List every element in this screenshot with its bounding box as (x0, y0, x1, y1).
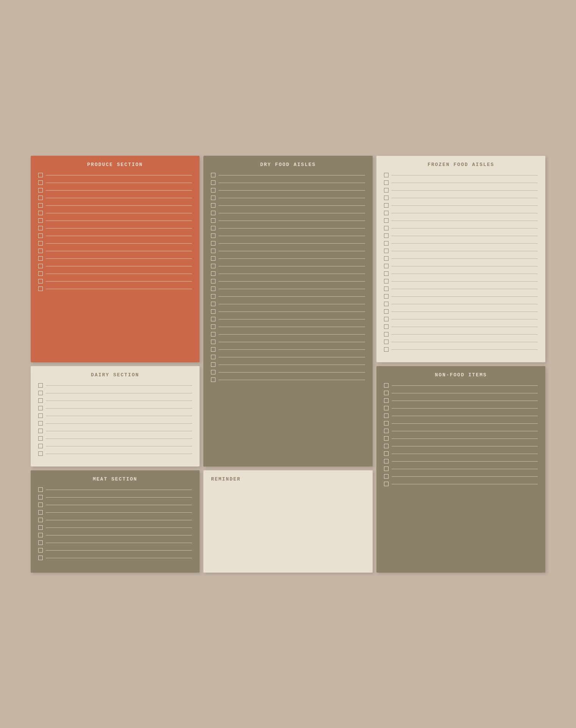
checkbox-icon[interactable] (211, 279, 215, 283)
checkbox-icon[interactable] (384, 188, 389, 193)
checkbox-icon[interactable] (38, 383, 43, 388)
checkbox-icon[interactable] (211, 362, 215, 367)
checkbox-icon[interactable] (38, 406, 43, 410)
checkbox-icon[interactable] (384, 309, 389, 314)
checkbox-icon[interactable] (384, 347, 389, 352)
checkbox-icon[interactable] (384, 429, 389, 433)
checkbox-icon[interactable] (211, 340, 215, 344)
checkbox-icon[interactable] (384, 482, 389, 486)
checkbox-icon[interactable] (38, 211, 43, 215)
checkbox-icon[interactable] (38, 429, 43, 433)
checkbox-icon[interactable] (38, 287, 43, 291)
checkbox-icon[interactable] (38, 180, 43, 185)
checkbox-icon[interactable] (384, 271, 389, 276)
checkbox-icon[interactable] (384, 467, 389, 471)
checkbox-icon[interactable] (211, 271, 215, 276)
checkbox-icon[interactable] (38, 503, 43, 507)
checkbox-icon[interactable] (384, 451, 389, 456)
checkbox-icon[interactable] (211, 233, 215, 238)
checkbox-icon[interactable] (38, 413, 43, 418)
checkbox-icon[interactable] (384, 264, 389, 268)
checkbox-icon[interactable] (38, 241, 43, 246)
checkbox-icon[interactable] (211, 347, 215, 352)
checkbox-icon[interactable] (384, 180, 389, 185)
checkbox-icon[interactable] (38, 271, 43, 276)
checkbox-icon[interactable] (38, 510, 43, 515)
checkbox-icon[interactable] (211, 218, 215, 223)
checkbox-icon[interactable] (38, 556, 43, 560)
checkbox-icon[interactable] (38, 495, 43, 499)
checkbox-icon[interactable] (384, 256, 389, 261)
checkbox-icon[interactable] (211, 355, 215, 359)
checkbox-icon[interactable] (384, 279, 389, 283)
reminder-textarea[interactable] (211, 487, 365, 563)
checkbox-icon[interactable] (211, 226, 215, 230)
checkbox-icon[interactable] (384, 233, 389, 238)
checkbox-icon[interactable] (38, 398, 43, 403)
checkbox-icon[interactable] (38, 436, 43, 441)
checkbox-icon[interactable] (384, 249, 389, 253)
checkbox-icon[interactable] (38, 173, 43, 177)
checkbox-icon[interactable] (211, 249, 215, 253)
checkbox-icon[interactable] (384, 173, 389, 177)
checkbox-icon[interactable] (211, 287, 215, 291)
checkbox-icon[interactable] (384, 406, 389, 410)
checkbox-icon[interactable] (38, 421, 43, 426)
checkbox-icon[interactable] (384, 324, 389, 329)
checkbox-icon[interactable] (384, 226, 389, 230)
checkbox-icon[interactable] (211, 309, 215, 314)
checkbox-icon[interactable] (211, 173, 215, 177)
checkbox-icon[interactable] (38, 188, 43, 193)
checkbox-icon[interactable] (384, 203, 389, 208)
checkbox-icon[interactable] (384, 241, 389, 246)
checkbox-icon[interactable] (211, 332, 215, 337)
checkbox-icon[interactable] (384, 332, 389, 337)
checkbox-icon[interactable] (38, 203, 43, 208)
checkbox-icon[interactable] (211, 211, 215, 215)
checkbox-icon[interactable] (38, 249, 43, 253)
checkbox-icon[interactable] (384, 294, 389, 299)
checkbox-icon[interactable] (211, 302, 215, 306)
checkbox-icon[interactable] (384, 317, 389, 321)
checkbox-icon[interactable] (384, 459, 389, 463)
checkbox-icon[interactable] (384, 287, 389, 291)
checkbox-icon[interactable] (384, 196, 389, 200)
checkbox-icon[interactable] (384, 421, 389, 426)
checkbox-icon[interactable] (211, 256, 215, 261)
checkbox-icon[interactable] (38, 518, 43, 522)
checkbox-icon[interactable] (38, 525, 43, 530)
checkbox-icon[interactable] (38, 196, 43, 200)
checkbox-icon[interactable] (384, 398, 389, 403)
checkbox-icon[interactable] (211, 203, 215, 208)
checkbox-icon[interactable] (211, 370, 215, 374)
checkbox-icon[interactable] (384, 436, 389, 441)
checkbox-icon[interactable] (384, 391, 389, 395)
checkbox-icon[interactable] (211, 180, 215, 185)
checkbox-icon[interactable] (384, 413, 389, 418)
checkbox-icon[interactable] (38, 391, 43, 395)
checkbox-icon[interactable] (384, 383, 389, 388)
checkbox-icon[interactable] (38, 279, 43, 283)
checkbox-icon[interactable] (384, 474, 389, 479)
checkbox-icon[interactable] (38, 548, 43, 553)
checkbox-icon[interactable] (211, 294, 215, 299)
checkbox-icon[interactable] (211, 241, 215, 246)
checkbox-icon[interactable] (211, 317, 215, 321)
checkbox-icon[interactable] (211, 188, 215, 193)
checkbox-icon[interactable] (38, 487, 43, 492)
checkbox-icon[interactable] (211, 377, 215, 382)
checkbox-icon[interactable] (38, 256, 43, 261)
checkbox-icon[interactable] (38, 233, 43, 238)
checkbox-icon[interactable] (38, 451, 43, 456)
checkbox-icon[interactable] (384, 218, 389, 223)
checkbox-icon[interactable] (38, 444, 43, 448)
checkbox-icon[interactable] (38, 218, 43, 223)
checkbox-icon[interactable] (384, 302, 389, 306)
checkbox-icon[interactable] (211, 324, 215, 329)
checkbox-icon[interactable] (211, 264, 215, 268)
checkbox-icon[interactable] (211, 196, 215, 200)
checkbox-icon[interactable] (384, 340, 389, 344)
checkbox-icon[interactable] (38, 533, 43, 537)
checkbox-icon[interactable] (384, 444, 389, 448)
checkbox-icon[interactable] (38, 226, 43, 230)
